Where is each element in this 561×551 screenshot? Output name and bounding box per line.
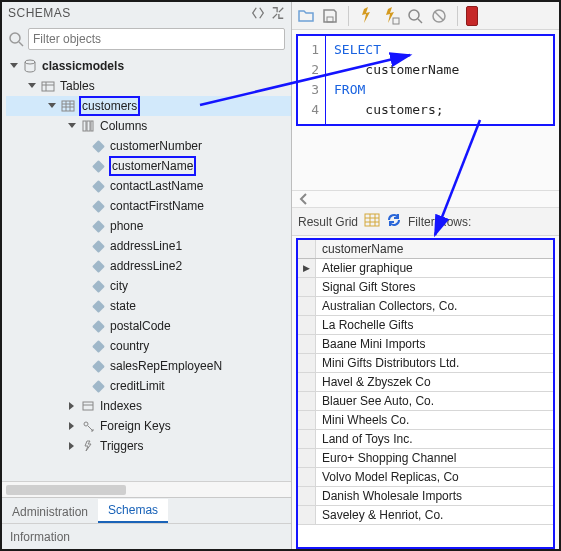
table-row[interactable]: Saveley & Henriot, Co.	[298, 506, 553, 525]
row-selector[interactable]	[298, 468, 316, 486]
filter-objects-input[interactable]	[28, 28, 285, 50]
row-selector[interactable]	[298, 506, 316, 524]
tree-column[interactable]: addressLine1	[6, 236, 291, 256]
row-selector[interactable]	[298, 354, 316, 372]
svg-rect-10	[393, 18, 399, 24]
svg-rect-6	[91, 121, 93, 131]
limit-toggle-icon[interactable]	[466, 6, 478, 26]
chevron-down-icon[interactable]	[46, 100, 58, 112]
column-icon	[90, 199, 106, 213]
tree-column[interactable]: contactLastName	[6, 176, 291, 196]
explain-icon[interactable]	[405, 6, 425, 26]
table-row[interactable]: Land of Toys Inc.	[298, 430, 553, 449]
svg-point-1	[25, 60, 35, 64]
table-row[interactable]: Euro+ Shopping Channel	[298, 449, 553, 468]
column-icon	[90, 239, 106, 253]
panel-options-icon[interactable]	[251, 6, 265, 20]
open-file-icon[interactable]	[296, 6, 316, 26]
table-row[interactable]: Blauer See Auto, Co.	[298, 392, 553, 411]
chevron-left-icon[interactable]	[296, 191, 312, 207]
row-selector[interactable]	[298, 259, 316, 277]
row-selector[interactable]	[298, 392, 316, 410]
tree-column[interactable]: addressLine2	[6, 256, 291, 276]
refresh-icon[interactable]	[386, 212, 402, 231]
table-row[interactable]: Australian Collectors, Co.	[298, 297, 553, 316]
tree-column[interactable]: salesRepEmployeeN	[6, 356, 291, 376]
tree-group[interactable]: Triggers	[6, 436, 291, 456]
tree-column[interactable]: state	[6, 296, 291, 316]
tree-column[interactable]: contactFirstName	[6, 196, 291, 216]
row-selector[interactable]	[298, 316, 316, 334]
group-label: Foreign Keys	[100, 417, 171, 435]
svg-point-0	[10, 33, 20, 43]
chevron-right-icon[interactable]	[66, 420, 78, 432]
row-selector[interactable]	[298, 278, 316, 296]
table-row[interactable]: Mini Wheels Co.	[298, 411, 553, 430]
columns-label: Columns	[100, 117, 147, 135]
row-selector[interactable]	[298, 449, 316, 467]
column-icon	[90, 279, 106, 293]
tree-column[interactable]: creditLimit	[6, 376, 291, 396]
tree-table-customers[interactable]: customers	[6, 96, 291, 116]
sql-editor-wrap: 1 2 3 4 SELECT customerName FROM custome…	[292, 30, 559, 130]
tree-column[interactable]: phone	[6, 216, 291, 236]
column-header[interactable]: customerName	[316, 242, 409, 256]
row-selector[interactable]	[298, 411, 316, 429]
tree-database[interactable]: classicmodels	[6, 56, 291, 76]
row-selector[interactable]	[298, 373, 316, 391]
sql-editor[interactable]: 1 2 3 4 SELECT customerName FROM custome…	[296, 34, 555, 126]
row-selector[interactable]	[298, 297, 316, 315]
column-icon	[90, 179, 106, 193]
column-icon	[90, 359, 106, 373]
tree-column[interactable]: customerName	[6, 156, 291, 176]
tree-column[interactable]: postalCode	[6, 316, 291, 336]
row-selector[interactable]	[298, 430, 316, 448]
tree-column[interactable]: city	[6, 276, 291, 296]
tree-group[interactable]: Foreign Keys	[6, 416, 291, 436]
tree-column[interactable]: customerNumber	[6, 136, 291, 156]
cell-customerName: Havel & Zbyszek Co	[316, 375, 437, 389]
panel-expand-icon[interactable]	[271, 6, 285, 20]
stop-icon[interactable]	[429, 6, 449, 26]
sql-code[interactable]: SELECT customerName FROM customers;	[326, 36, 467, 124]
row-selector[interactable]	[298, 487, 316, 505]
column-label: customerName	[110, 157, 195, 175]
result-grid-view-icon[interactable]	[364, 212, 380, 231]
chevron-down-icon[interactable]	[8, 60, 20, 72]
chevron-right-icon[interactable]	[66, 440, 78, 452]
table-row[interactable]: Signal Gift Stores	[298, 278, 553, 297]
table-row[interactable]: Mini Gifts Distributors Ltd.	[298, 354, 553, 373]
execute-current-icon[interactable]	[381, 6, 401, 26]
chevron-down-icon[interactable]	[66, 120, 78, 132]
table-row[interactable]: La Rochelle Gifts	[298, 316, 553, 335]
group-icon	[80, 419, 96, 433]
chevron-right-icon[interactable]	[66, 400, 78, 412]
tree-horizontal-scrollbar[interactable]	[2, 481, 291, 497]
table-row[interactable]: Danish Wholesale Imports	[298, 487, 553, 506]
column-icon	[90, 159, 106, 173]
tab-schemas[interactable]: Schemas	[98, 499, 168, 523]
table-row[interactable]: Havel & Zbyszek Co	[298, 373, 553, 392]
tree-group[interactable]: Indexes	[6, 396, 291, 416]
execute-icon[interactable]	[357, 6, 377, 26]
schema-tree[interactable]: classicmodels Tables customers Columns c…	[2, 54, 291, 481]
chevron-down-icon[interactable]	[26, 80, 38, 92]
save-icon[interactable]	[320, 6, 340, 26]
svg-rect-3	[62, 101, 74, 111]
table-row[interactable]: Baane Mini Imports	[298, 335, 553, 354]
result-grid[interactable]: customerName Atelier graphiqueSignal Gif…	[296, 238, 555, 549]
table-row[interactable]: Volvo Model Replicas, Co	[298, 468, 553, 487]
column-icon	[90, 339, 106, 353]
row-selector[interactable]	[298, 335, 316, 353]
table-row[interactable]: Atelier graphique	[298, 259, 553, 278]
svg-rect-7	[83, 402, 93, 410]
cell-customerName: Signal Gift Stores	[316, 280, 421, 294]
tree-column[interactable]: country	[6, 336, 291, 356]
cell-customerName: La Rochelle Gifts	[316, 318, 419, 332]
tree-tables[interactable]: Tables	[6, 76, 291, 96]
line-gutter: 1 2 3 4	[298, 36, 326, 124]
cell-customerName: Saveley & Henriot, Co.	[316, 508, 449, 522]
column-label: salesRepEmployeeN	[110, 357, 222, 375]
tab-administration[interactable]: Administration	[2, 501, 98, 523]
tree-columns[interactable]: Columns	[6, 116, 291, 136]
